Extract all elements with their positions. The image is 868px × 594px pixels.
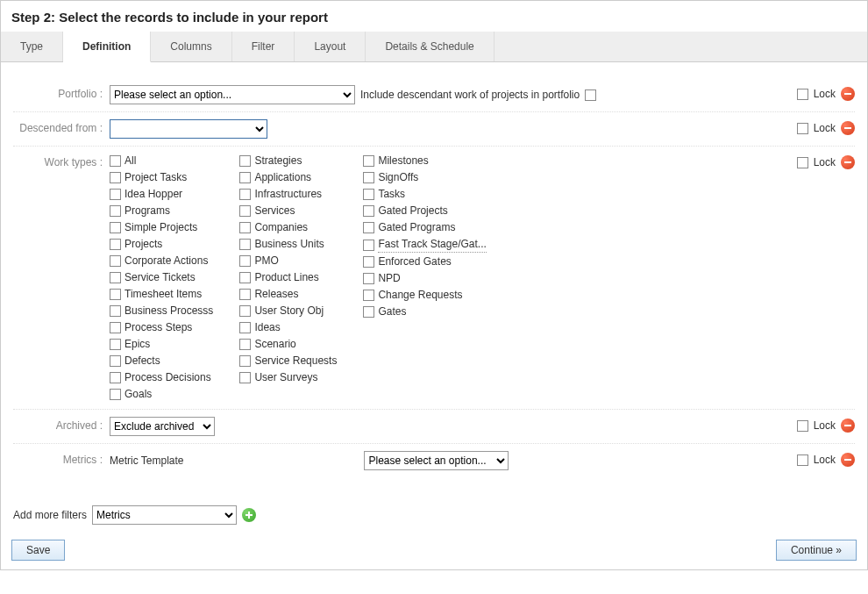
worktype-item: PMO	[239, 254, 337, 268]
worktype-checkbox[interactable]	[239, 289, 251, 300]
remove-icon[interactable]	[841, 419, 855, 433]
worktype-label: Milestones	[378, 154, 428, 168]
worktype-checkbox[interactable]	[363, 155, 374, 167]
remove-icon[interactable]	[841, 453, 855, 467]
worktype-checkbox[interactable]	[110, 189, 121, 200]
worktype-item: Services	[239, 204, 337, 218]
worktype-label: All	[125, 154, 136, 168]
lock-portfolio-label: Lock	[814, 88, 836, 100]
worktype-item: Scenario	[239, 337, 337, 352]
worktype-item: NPD	[363, 271, 486, 286]
row-descended: Descended from : Lock	[13, 112, 855, 147]
worktype-checkbox[interactable]	[363, 273, 374, 284]
row-portfolio: Portfolio : Please select an option... I…	[13, 78, 855, 112]
worktype-checkbox[interactable]	[110, 339, 121, 350]
worktype-checkbox[interactable]	[110, 172, 121, 183]
worktype-checkbox[interactable]	[239, 222, 251, 233]
worktype-checkbox[interactable]	[110, 289, 121, 300]
tab-columns[interactable]: Columns	[151, 32, 231, 61]
lock-descended-checkbox[interactable]	[797, 123, 808, 134]
worktype-checkbox[interactable]	[239, 255, 251, 267]
worktype-checkbox[interactable]	[110, 239, 121, 250]
worktype-checkbox[interactable]	[239, 172, 251, 183]
worktype-checkbox[interactable]	[239, 372, 251, 383]
worktype-item: Gates	[363, 304, 486, 319]
worktype-checkbox[interactable]	[239, 155, 251, 167]
worktype-checkbox[interactable]	[110, 255, 121, 267]
form-area: Portfolio : Please select an option... I…	[1, 62, 867, 484]
worktype-checkbox[interactable]	[110, 272, 121, 283]
worktype-checkbox[interactable]	[363, 189, 374, 200]
worktype-label: Service Requests	[254, 354, 337, 369]
worktype-item: Business Units	[239, 237, 337, 252]
worktype-label: Epics	[125, 337, 150, 352]
worktype-item: Tasks	[363, 187, 486, 202]
worktype-label: Companies	[254, 220, 308, 235]
worktype-checkbox[interactable]	[239, 272, 251, 283]
worktype-checkbox[interactable]	[363, 306, 374, 318]
worktype-label: Programs	[125, 204, 170, 218]
lock-metrics-checkbox[interactable]	[797, 454, 808, 466]
worktype-checkbox[interactable]	[363, 256, 374, 268]
worktype-item: Strategies	[239, 154, 337, 168]
add-filter-select[interactable]: Metrics	[92, 505, 237, 525]
tab-layout[interactable]: Layout	[295, 32, 366, 61]
remove-icon[interactable]	[841, 155, 855, 169]
worktype-checkbox[interactable]	[110, 322, 121, 333]
worktype-checkbox[interactable]	[363, 290, 374, 301]
worktype-checkbox[interactable]	[110, 205, 121, 217]
tab-filter[interactable]: Filter	[232, 32, 295, 61]
worktype-checkbox[interactable]	[363, 222, 374, 233]
worktype-item: Epics	[110, 337, 213, 352]
descended-select[interactable]	[110, 119, 267, 139]
worktype-label: User Story Obj	[254, 304, 324, 318]
continue-button[interactable]: Continue »	[776, 540, 857, 561]
worktype-checkbox[interactable]	[239, 189, 251, 200]
tab-details-schedule[interactable]: Details & Schedule	[366, 32, 494, 61]
tab-definition[interactable]: Definition	[63, 32, 151, 62]
right-archived: Lock	[797, 417, 855, 433]
worktype-checkbox[interactable]	[110, 355, 121, 367]
worktype-checkbox[interactable]	[239, 355, 251, 367]
remove-icon[interactable]	[841, 87, 855, 101]
worktype-label: Gated Programs	[378, 220, 455, 235]
archived-select[interactable]: Exclude archived	[110, 417, 215, 436]
save-button[interactable]: Save	[11, 540, 65, 561]
worktype-checkbox[interactable]	[110, 372, 121, 383]
worktype-label: Scenario	[254, 337, 295, 352]
worktype-checkbox[interactable]	[239, 322, 251, 333]
worktype-label: Projects	[125, 237, 162, 252]
portfolio-select[interactable]: Please select an option...	[110, 85, 355, 104]
tab-type[interactable]: Type	[1, 32, 63, 61]
lock-worktypes-checkbox[interactable]	[797, 157, 808, 168]
worktype-item: Projects	[110, 237, 213, 252]
worktype-item: Business Processs	[110, 304, 213, 318]
worktype-checkbox[interactable]	[110, 305, 121, 317]
worktype-label: Corporate Actions	[125, 254, 208, 268]
metric-template-select[interactable]: Please select an option...	[364, 451, 509, 470]
worktype-checkbox[interactable]	[239, 305, 251, 317]
remove-icon[interactable]	[841, 121, 855, 135]
worktype-checkbox[interactable]	[239, 339, 251, 350]
worktype-checkbox[interactable]	[363, 172, 374, 183]
worktype-item: Project Tasks	[110, 170, 213, 185]
add-icon[interactable]	[242, 508, 256, 522]
lock-portfolio-checkbox[interactable]	[797, 89, 808, 100]
worktype-checkbox[interactable]	[110, 155, 121, 167]
worktype-checkbox[interactable]	[363, 240, 374, 251]
worktype-checkbox[interactable]	[239, 205, 251, 217]
worktype-item: Process Decisions	[110, 370, 213, 385]
lock-descended-label: Lock	[814, 122, 836, 134]
body-metrics: Metric Template Please select an option.…	[110, 451, 797, 470]
row-archived: Archived : Exclude archived Lock	[13, 410, 855, 444]
worktype-checkbox[interactable]	[239, 239, 251, 250]
worktype-item: Simple Projects	[110, 220, 213, 235]
body-descended	[110, 119, 797, 139]
worktype-checkbox[interactable]	[110, 222, 121, 233]
include-descendant-checkbox[interactable]	[585, 89, 596, 101]
worktype-checkbox[interactable]	[363, 205, 374, 217]
worktype-checkbox[interactable]	[110, 389, 121, 400]
lock-archived-checkbox[interactable]	[797, 420, 808, 432]
tab-bar: TypeDefinitionColumnsFilterLayoutDetails…	[1, 32, 867, 62]
worktype-item: Goals	[110, 387, 213, 402]
